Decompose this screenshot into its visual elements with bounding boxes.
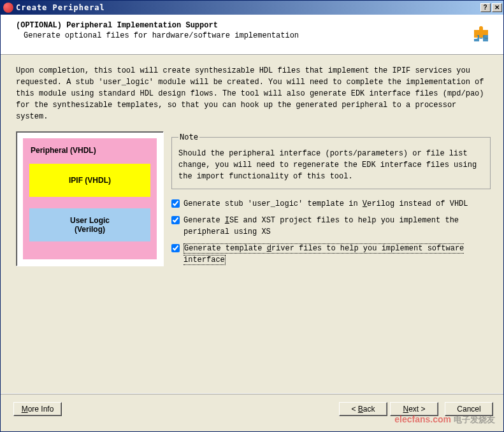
- diagram-user-line2: (Verilog): [75, 225, 105, 234]
- diagram-user-line1: User Logic: [70, 216, 110, 225]
- cancel-button[interactable]: Cancel: [445, 402, 493, 416]
- app-icon: [3, 3, 13, 13]
- options-column: Note Should the peripheral interface (po…: [171, 131, 491, 270]
- page-subtitle: Generate optional files for hardware/sof…: [24, 31, 472, 40]
- ise-project-label[interactable]: Generate ISE and XST project files to he…: [184, 215, 491, 238]
- wizard-window: Create Peripheral ? ✕ (OPTIONAL) Periphe…: [0, 0, 504, 432]
- close-button[interactable]: ✕: [492, 3, 502, 12]
- next-button[interactable]: Next >: [390, 402, 438, 416]
- note-legend: Note: [178, 131, 199, 143]
- diagram-outer-label: Peripheral (VHDL): [31, 145, 150, 156]
- note-body: Should the peripheral interface (ports/p…: [178, 148, 484, 182]
- puzzle-icon: [472, 24, 492, 44]
- body-section: Upon completion, this tool will create s…: [1, 55, 503, 394]
- driver-template-checkbox[interactable]: [171, 244, 180, 252]
- page-header: (OPTIONAL) Peripheral Implementation Sup…: [1, 15, 503, 55]
- footer-bar: More Info < Back Next > Cancel: [1, 394, 503, 431]
- ise-project-checkbox[interactable]: [171, 216, 180, 224]
- diagram-ipif-box: IPIF (VHDL): [29, 164, 150, 197]
- window-title: Create Peripheral: [16, 3, 479, 12]
- titlebar: Create Peripheral ? ✕: [1, 1, 503, 15]
- verilog-stub-checkbox[interactable]: [171, 199, 180, 208]
- verilog-stub-label[interactable]: Generate stub 'user_logic' template in V…: [184, 198, 468, 210]
- content-area: (OPTIONAL) Peripheral Implementation Sup…: [1, 15, 503, 431]
- page-title: (OPTIONAL) Peripheral Implementation Sup…: [16, 21, 472, 30]
- diagram: Peripheral (VHDL) IPIF (VHDL) User Logic…: [23, 138, 157, 259]
- diagram-frame: Peripheral (VHDL) IPIF (VHDL) User Logic…: [16, 131, 164, 266]
- intro-text: Upon completion, this tool will create s…: [16, 65, 491, 122]
- help-button[interactable]: ?: [480, 3, 491, 12]
- back-button[interactable]: < Back: [339, 402, 387, 416]
- more-info-button[interactable]: More Info: [13, 402, 62, 416]
- diagram-userlogic-box: User Logic (Verilog): [29, 208, 150, 241]
- note-group: Note Should the peripheral interface (po…: [171, 131, 491, 189]
- driver-template-label[interactable]: Generate template driver files to help y…: [184, 243, 491, 266]
